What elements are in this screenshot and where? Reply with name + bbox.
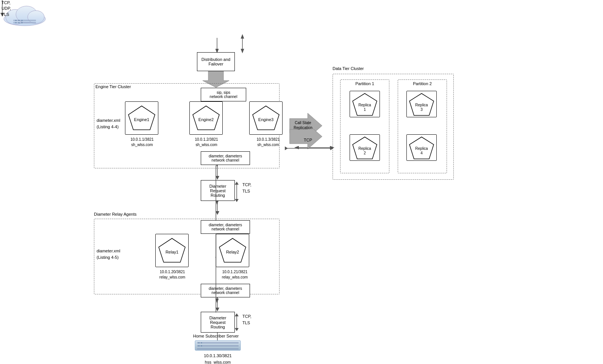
svg-point-17 <box>16 22 17 23</box>
svg-rect-51 <box>197 342 239 344</box>
engine1-sub: 10.0.1.1/3821sh_wlss.com <box>121 137 163 148</box>
tcp-tls-1-label: TCP,TLS <box>241 182 252 194</box>
svg-rect-52 <box>197 345 239 347</box>
svg-point-54 <box>198 342 200 344</box>
partition-2-label: Partition 2 <box>401 81 443 86</box>
svg-point-19 <box>22 22 23 23</box>
engine-tier-cluster-label: Engine Tier Cluster <box>95 84 131 89</box>
svg-rect-53 <box>197 348 239 350</box>
svg-point-56 <box>198 345 200 347</box>
engine2-sub: 10.0.1.2/3821sh_wlss.com <box>186 137 227 148</box>
replica-1-container: Replica 1 <box>348 91 382 121</box>
diameter-relay-agents-label: Diameter Relay Agents <box>94 212 137 216</box>
diameter-network-channel-3-text: diameter, diametersnetwork channel <box>209 286 242 295</box>
replica-3-container: Replica 3 <box>405 91 439 121</box>
distribution-failover-text: Distribution and Failover <box>199 57 233 66</box>
svg-marker-46 <box>235 313 239 316</box>
diameter-request-routing-1-text: DiameterRequestRouting <box>209 184 227 198</box>
partition-1-label: Partition 1 <box>344 81 386 86</box>
engine3-sub: 10.0.1.3/3821sh_wlss.com <box>245 137 291 148</box>
diameter-network-channel-3-box: diameter, diametersnetwork channel <box>201 284 250 297</box>
relay-to-diam-req-2-arrow <box>214 297 221 312</box>
diameter-xml-engine-label: diameter.xml(Listing 4-4) <box>97 117 120 130</box>
svg-point-16 <box>22 20 23 21</box>
engine-to-diam-req-arrow <box>214 165 221 180</box>
diameter-xml-relay-label: diameter.xml(Listing 4-5) <box>97 248 120 260</box>
vert-connector-3 <box>216 284 216 313</box>
diameter-network-channel-2-box: diameter, diametersnetwork channel <box>201 220 250 234</box>
diam-req-1-to-relay-arrow <box>214 201 221 215</box>
sip-network-channel-box: sip, sipsnetwork channel <box>201 88 246 101</box>
tcp-bidirectional-arrow: TCP <box>285 145 334 152</box>
svg-marker-74 <box>330 146 333 150</box>
distribution-failover-box: Distribution and Failover <box>197 52 235 71</box>
relay1-container: Relay1 10.0.1.20/3821relay_wlss.com <box>152 234 193 283</box>
home-subscriber-server-label: Home Subscriber Server <box>174 334 258 338</box>
svg-text:Replica: Replica <box>358 103 371 107</box>
svg-text:Replica: Replica <box>358 146 371 151</box>
tcp-label: TCP <box>304 138 312 142</box>
svg-text:4: 4 <box>420 151 423 155</box>
svg-text:Replica: Replica <box>415 146 428 151</box>
hss-sub-label: 10.0.1.30/3821hss_wlss.com <box>180 353 256 364</box>
hss-server-icon <box>193 340 242 351</box>
replica-2-container: Replica 2 <box>348 134 382 165</box>
vert-connector-2 <box>216 234 216 284</box>
relay2-sub: 10.0.1.21/3821relay_wlss.com <box>212 269 258 280</box>
svg-text:Replica: Replica <box>415 103 428 107</box>
diameter-network-channel-1-box: diameter, diametersnetwork channel <box>201 151 250 165</box>
engine2-container: Engine2 10.0.1.2/3821sh_wlss.com <box>186 101 227 154</box>
svg-text:2: 2 <box>364 151 366 155</box>
call-state-replication-label: Call StateReplication <box>288 120 318 130</box>
tcp-udp-tls-label: TCP,UDP,TLS <box>0 0 11 17</box>
svg-text:1: 1 <box>364 107 366 112</box>
svg-point-15 <box>19 20 20 21</box>
svg-marker-36 <box>235 199 239 202</box>
svg-point-57 <box>201 345 202 347</box>
svg-text:Engine3: Engine3 <box>258 117 273 122</box>
replica-4-container: Replica 4 <box>405 134 439 165</box>
svg-rect-12 <box>13 20 36 21</box>
diameter-request-routing-2-text: DiameterRequestRouting <box>209 316 227 329</box>
svg-text:3: 3 <box>420 107 423 112</box>
svg-rect-13 <box>13 22 36 23</box>
diameter-network-channel-1-text: diameter, diametersnetwork channel <box>209 154 242 162</box>
data-tier-cluster-label: Data Tier Cluster <box>333 66 364 71</box>
sip-network-channel-text: sip, sipsnetwork channel <box>210 90 237 99</box>
svg-text:Engine1: Engine1 <box>134 117 149 122</box>
relay2-container: Relay2 10.0.1.21/3821relay_wlss.com <box>212 234 258 283</box>
svg-point-18 <box>19 22 20 23</box>
engine1-container: Engine1 10.0.1.1/3821sh_wlss.com <box>121 101 163 154</box>
svg-marker-73 <box>285 146 288 150</box>
diameter-request-routing-2-box: DiameterRequestRouting <box>201 312 235 333</box>
svg-point-55 <box>201 342 202 344</box>
svg-text:Relay1: Relay1 <box>166 250 178 254</box>
engine3-container: Engine3 10.0.1.3/3821sh_wlss.com <box>245 101 291 154</box>
svg-text:Engine2: Engine2 <box>198 117 214 122</box>
svg-point-14 <box>16 20 17 21</box>
diameter-network-channel-2-text: diameter, diametersnetwork channel <box>209 223 242 231</box>
diameter-request-routing-1-box: DiameterRequestRouting <box>201 180 235 201</box>
relay1-sub: 10.0.1.20/3821relay_wlss.com <box>152 269 193 280</box>
svg-point-11 <box>28 11 44 23</box>
svg-marker-35 <box>235 182 239 185</box>
svg-marker-47 <box>235 328 239 331</box>
vert-connector-1 <box>216 165 216 220</box>
svg-text:Relay2: Relay2 <box>226 250 239 254</box>
tcp-tls-2-label: TCP,TLS <box>241 313 252 326</box>
